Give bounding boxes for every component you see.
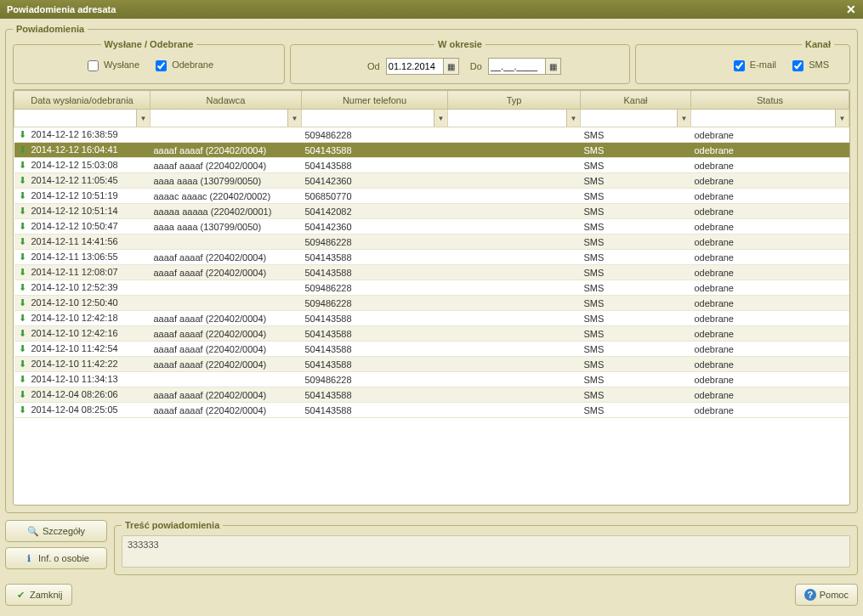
close-icon[interactable]: ✕	[846, 3, 856, 16]
table-cell: odebrane	[691, 296, 849, 311]
table-cell: ⬇2014-12-10 12:42:16	[14, 326, 150, 342]
details-button[interactable]: 🔍 Szczegóły	[5, 520, 107, 542]
notifications-section: Powiadomienia Wysłane / Odebrane Wysłane…	[5, 24, 858, 513]
table-cell: ⬇2014-12-10 12:42:18	[14, 311, 150, 326]
message-legend: Treść powiadomienia	[122, 520, 223, 530]
table-cell: aaaaf aaaaf (220402/0004)	[150, 387, 302, 403]
table-row[interactable]: ⬇2014-12-12 11:05:45aaaa aaaa (130799/00…	[14, 173, 849, 189]
table-cell: aaaaa aaaaa (220402/0001)	[150, 204, 302, 219]
table-cell: 509486228	[302, 372, 448, 387]
table-row[interactable]: ⬇2014-12-12 16:38:59509486228SMSodebrane	[14, 127, 849, 143]
sms-checkbox-label[interactable]: SMS	[789, 59, 829, 70]
from-date-input[interactable]	[387, 59, 443, 74]
filter-channel-input[interactable]	[581, 110, 677, 127]
details-label: Szczegóły	[43, 526, 85, 536]
table-row[interactable]: ⬇2014-12-12 10:51:19aaaac aaaac (220402/…	[14, 189, 849, 204]
table-cell	[448, 311, 581, 326]
table-row[interactable]: ⬇2014-12-10 11:34:13509486228SMSodebrane	[14, 372, 849, 387]
filter-type-input[interactable]	[448, 110, 566, 127]
table-row[interactable]: ⬇2014-12-04 08:25:05aaaaf aaaaf (220402/…	[14, 403, 849, 418]
download-icon: ⬇	[18, 404, 28, 415]
email-checkbox[interactable]	[734, 60, 745, 71]
person-info-label: Inf. o osobie	[38, 553, 89, 563]
table-cell: SMS	[581, 250, 691, 265]
table-cell: 506850770	[302, 189, 448, 204]
table-row[interactable]: ⬇2014-12-10 12:42:18aaaaf aaaaf (220402/…	[14, 311, 849, 326]
chevron-down-icon[interactable]: ▼	[566, 110, 580, 127]
table-cell: ⬇2014-12-12 15:03:08	[14, 158, 150, 173]
email-checkbox-label[interactable]: E-mail	[730, 59, 779, 70]
col-date[interactable]: Data wysłania/odebrania	[14, 91, 150, 110]
table-row[interactable]: ⬇2014-12-10 12:52:39509486228SMSodebrane	[14, 280, 849, 296]
download-icon: ⬇	[18, 282, 28, 293]
grid-filter-row: ▼ ▼ ▼ ▼ ▼ ▼	[14, 110, 849, 127]
filter-sent-received-legend: Wysłane / Odebrane	[101, 39, 197, 49]
table-cell: aaaaf aaaaf (220402/0004)	[150, 265, 302, 280]
table-row[interactable]: ⬇2014-12-10 12:42:16aaaaf aaaaf (220402/…	[14, 326, 849, 342]
to-date-input[interactable]	[489, 59, 545, 74]
download-icon: ⬇	[18, 374, 28, 385]
chevron-down-icon[interactable]: ▼	[677, 110, 690, 127]
sent-checkbox[interactable]	[88, 60, 99, 71]
received-checkbox[interactable]	[156, 60, 167, 71]
filter-sender-input[interactable]	[150, 110, 287, 127]
table-cell	[448, 296, 581, 311]
filter-phone-input[interactable]	[302, 110, 434, 127]
table-row[interactable]: ⬇2014-12-12 15:03:08aaaaf aaaaf (220402/…	[14, 158, 849, 173]
table-cell	[150, 372, 302, 387]
table-cell: 504143588	[302, 326, 448, 342]
table-cell	[150, 280, 302, 296]
table-cell	[448, 372, 581, 387]
to-date-field[interactable]: ▦	[488, 58, 561, 75]
table-row[interactable]: ⬇2014-12-10 11:42:22aaaaf aaaaf (220402/…	[14, 357, 849, 372]
close-button[interactable]: ✔ Zamknij	[5, 584, 72, 606]
table-cell	[448, 265, 581, 280]
table-row[interactable]: ⬇2014-12-11 14:41:56509486228SMSodebrane	[14, 235, 849, 250]
person-info-button[interactable]: ℹ Inf. o osobie	[5, 547, 107, 569]
table-cell	[448, 326, 581, 342]
table-cell	[448, 280, 581, 296]
table-cell	[150, 296, 302, 311]
calendar-icon[interactable]: ▦	[443, 59, 458, 74]
table-cell: ⬇2014-12-12 16:38:59	[14, 127, 150, 143]
help-button[interactable]: ? Pomoc	[795, 584, 858, 606]
col-type[interactable]: Typ	[448, 91, 581, 110]
col-channel[interactable]: Kanał	[581, 91, 691, 110]
col-phone[interactable]: Numer telefonu	[302, 91, 448, 110]
table-row[interactable]: ⬇2014-12-10 12:50:40509486228SMSodebrane	[14, 296, 849, 311]
from-date-field[interactable]: ▦	[386, 58, 459, 75]
table-cell: ⬇2014-12-04 08:26:06	[14, 387, 150, 403]
download-icon: ⬇	[18, 359, 28, 370]
table-cell: 504143588	[302, 158, 448, 173]
table-cell: SMS	[581, 204, 691, 219]
sms-checkbox[interactable]	[792, 60, 803, 71]
download-icon: ⬇	[18, 389, 28, 400]
filter-status-input[interactable]	[691, 110, 835, 127]
table-row[interactable]: ⬇2014-12-12 10:51:14aaaaa aaaaa (220402/…	[14, 204, 849, 219]
table-row[interactable]: ⬇2014-12-10 11:42:54aaaaf aaaaf (220402/…	[14, 342, 849, 357]
received-checkbox-label[interactable]: Odebrane	[152, 59, 213, 70]
table-cell: SMS	[581, 219, 691, 235]
table-cell	[150, 235, 302, 250]
table-cell	[448, 173, 581, 189]
filter-date-input[interactable]	[14, 110, 136, 127]
chevron-down-icon[interactable]: ▼	[434, 110, 447, 127]
table-cell: aaaaf aaaaf (220402/0004)	[150, 342, 302, 357]
col-status[interactable]: Status	[691, 91, 849, 110]
table-cell: 504143588	[302, 387, 448, 403]
chevron-down-icon[interactable]: ▼	[287, 110, 301, 127]
table-cell: aaaaf aaaaf (220402/0004)	[150, 158, 302, 173]
col-sender[interactable]: Nadawca	[150, 91, 302, 110]
table-cell: odebrane	[691, 204, 849, 219]
table-cell: odebrane	[691, 235, 849, 250]
table-row[interactable]: ⬇2014-12-12 10:50:47aaaa aaaa (130799/00…	[14, 219, 849, 235]
chevron-down-icon[interactable]: ▼	[136, 110, 150, 127]
table-row[interactable]: ⬇2014-12-04 08:26:06aaaaf aaaaf (220402/…	[14, 387, 849, 403]
table-cell: SMS	[581, 158, 691, 173]
table-row[interactable]: ⬇2014-12-12 16:04:41aaaaf aaaaf (220402/…	[14, 143, 849, 158]
chevron-down-icon[interactable]: ▼	[835, 110, 849, 127]
table-row[interactable]: ⬇2014-12-11 12:08:07aaaaf aaaaf (220402/…	[14, 265, 849, 280]
sent-checkbox-label[interactable]: Wysłane	[84, 59, 142, 70]
table-row[interactable]: ⬇2014-12-11 13:06:55aaaaf aaaaf (220402/…	[14, 250, 849, 265]
calendar-icon[interactable]: ▦	[545, 59, 560, 74]
